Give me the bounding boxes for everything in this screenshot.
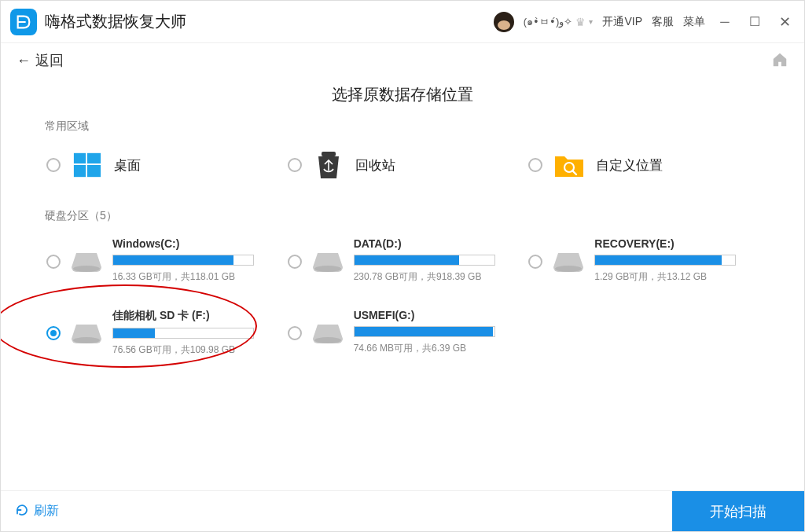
radio-partition-g[interactable] [288, 326, 302, 340]
refresh-button[interactable]: 刷新 [15, 503, 59, 520]
refresh-icon [15, 503, 29, 520]
titlebar: 嗨格式数据恢复大师 (๑•̀ㅂ•́)و✧ ♛ ▾ 开通VIP 客服 菜单 ─ ☐… [1, 1, 804, 43]
footer: 刷新 开始扫描 [1, 490, 804, 531]
titlebar-right: (๑•̀ㅂ•́)و✧ ♛ ▾ 开通VIP 客服 菜单 ─ ☐ ✕ [494, 12, 795, 32]
back-button[interactable]: ← 返回 [17, 51, 64, 70]
recycle-icon [313, 149, 344, 181]
menu-link[interactable]: 菜单 [683, 15, 705, 29]
close-button[interactable]: ✕ [774, 12, 795, 32]
partition-e-bar [594, 255, 736, 266]
partition-d-bar [354, 255, 495, 266]
partition-f-stats: 76.56 GB可用，共109.98 GB [112, 343, 270, 357]
partition-g-stats: 74.66 MB可用，共6.39 GB [354, 342, 511, 355]
partition-section: 硬盘分区（5） Windows(C:) 16.33 GB可用，共118.01 G… [1, 209, 804, 379]
drive-icon [313, 251, 343, 273]
username-display[interactable]: (๑•̀ㅂ•́)و✧ ♛ ▾ [524, 13, 594, 30]
app-title: 嗨格式数据恢复大师 [45, 11, 186, 32]
partition-grid: Windows(C:) 16.33 GB可用，共118.01 GB DATA(D… [45, 234, 760, 371]
partition-g[interactable]: USMEFI(G:) 74.66 MB可用，共6.39 GB [286, 306, 520, 371]
svg-point-8 [314, 266, 341, 272]
partition-f[interactable]: 佳能相机 SD 卡 (F:) 76.56 GB可用，共109.98 GB [45, 306, 278, 371]
drive-icon [72, 323, 101, 345]
chevron-down-icon: ▾ [589, 17, 593, 26]
drive-icon [553, 251, 583, 273]
svg-rect-0 [74, 153, 86, 163]
vip-link[interactable]: 开通VIP [602, 15, 642, 29]
option-recycle-label: 回收站 [355, 156, 395, 174]
maximize-button[interactable]: ☐ [744, 12, 765, 32]
option-custom[interactable]: 自定义位置 [527, 145, 760, 196]
partition-d[interactable]: DATA(D:) 230.78 GB可用，共918.39 GB [286, 234, 520, 298]
svg-rect-2 [74, 165, 86, 177]
radio-partition-d[interactable] [288, 255, 302, 269]
folder-search-icon [553, 149, 585, 181]
radio-partition-f[interactable] [46, 326, 61, 340]
partition-e-name: RECOVERY(E:) [594, 237, 752, 250]
arrow-left-icon: ← [17, 53, 31, 69]
radio-recycle[interactable] [288, 158, 302, 172]
option-recycle[interactable]: 回收站 [286, 145, 520, 196]
partition-c-bar [112, 255, 254, 266]
partition-f-name: 佳能相机 SD 卡 (F:) [112, 309, 270, 323]
partition-f-bar [112, 328, 254, 339]
crown-icon: ♛ [575, 16, 586, 28]
app-logo-icon [15, 13, 32, 31]
svg-rect-4 [322, 152, 336, 156]
refresh-label: 刷新 [34, 503, 59, 519]
option-custom-label: 自定义位置 [596, 156, 663, 174]
back-row: ← 返回 [1, 43, 804, 78]
home-icon[interactable] [771, 51, 788, 71]
common-options: 桌面 回收站 自定义位置 [45, 145, 760, 196]
app-logo [10, 9, 37, 35]
avatar[interactable] [494, 12, 514, 32]
radio-desktop[interactable] [46, 158, 61, 172]
common-section-title: 常用区域 [45, 119, 760, 134]
partition-g-name: USMEFI(G:) [354, 309, 511, 321]
username-text: (๑•̀ㅂ•́)و✧ [524, 13, 573, 30]
svg-point-10 [73, 337, 100, 343]
svg-rect-3 [87, 165, 101, 177]
svg-point-7 [73, 266, 100, 272]
svg-rect-1 [87, 153, 101, 163]
back-label: 返回 [35, 51, 64, 70]
windows-icon [72, 149, 103, 181]
drive-icon [313, 323, 343, 345]
partition-d-stats: 230.78 GB可用，共918.39 GB [354, 270, 511, 284]
radio-custom[interactable] [528, 158, 542, 172]
partition-g-bar [354, 326, 495, 337]
option-desktop-label: 桌面 [114, 156, 141, 174]
drive-icon [72, 251, 101, 273]
page-heading: 选择原数据存储位置 [1, 84, 804, 105]
option-desktop[interactable]: 桌面 [45, 145, 278, 196]
partition-e[interactable]: RECOVERY(E:) 1.29 GB可用，共13.12 GB [527, 234, 760, 298]
partition-c[interactable]: Windows(C:) 16.33 GB可用，共118.01 GB [45, 234, 278, 298]
common-section: 常用区域 桌面 [1, 119, 804, 204]
start-scan-button[interactable]: 开始扫描 [672, 491, 804, 532]
partition-c-stats: 16.33 GB可用，共118.01 GB [112, 270, 270, 284]
svg-point-11 [314, 337, 341, 343]
radio-partition-c[interactable] [46, 255, 61, 269]
radio-partition-e[interactable] [528, 255, 542, 269]
support-link[interactable]: 客服 [652, 15, 674, 29]
minimize-button[interactable]: ─ [715, 12, 735, 32]
partition-d-name: DATA(D:) [354, 237, 511, 250]
partition-e-stats: 1.29 GB可用，共13.12 GB [594, 270, 752, 284]
svg-point-9 [555, 266, 582, 272]
partition-section-title: 硬盘分区（5） [45, 209, 760, 223]
partition-c-name: Windows(C:) [112, 237, 270, 250]
